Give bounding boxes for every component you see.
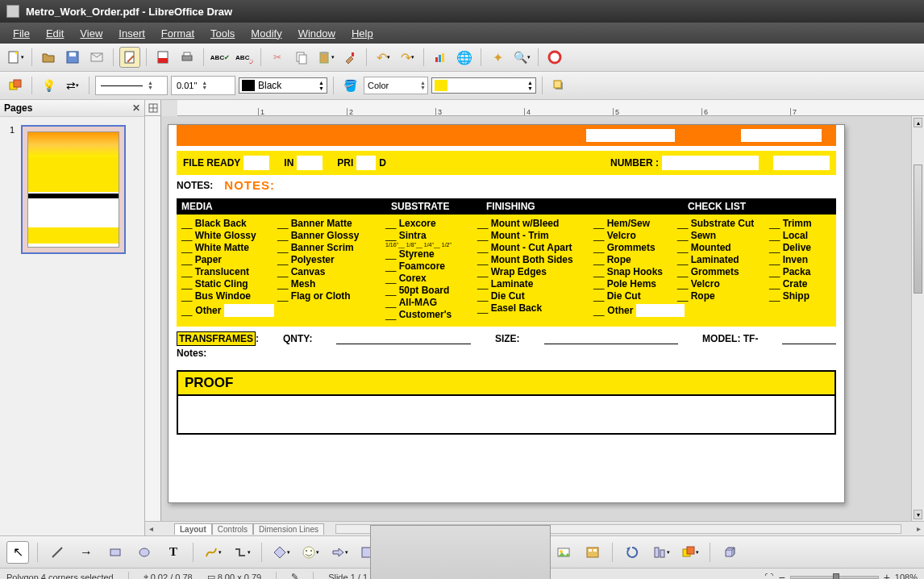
rectangle-tool[interactable] — [104, 541, 127, 564]
pages-panel-close[interactable]: ✕ — [132, 102, 140, 114]
redo-button[interactable]: ↷▾ — [397, 47, 418, 68]
opt-finishing[interactable]: Mount w/Bleed — [477, 218, 590, 229]
opt-finishing2[interactable]: Grommets — [593, 242, 674, 253]
opt-checklist[interactable]: Velcro — [677, 278, 766, 290]
opt-checklist[interactable]: Substrate Cut — [677, 218, 766, 229]
block-arrows-tool[interactable]: ▾ — [328, 541, 351, 564]
menu-modify[interactable]: Modify — [243, 24, 289, 43]
opt-substrate[interactable]: 50pt Board — [385, 285, 474, 296]
menu-format[interactable]: Format — [153, 24, 202, 43]
opt-finishing2[interactable]: Velcro — [593, 230, 674, 241]
doc-notes-row[interactable]: NOTES: NOTES: — [177, 177, 836, 194]
doc-file-ready-field[interactable] — [243, 156, 269, 170]
opt-checklist[interactable]: Sewn — [677, 230, 766, 241]
line-end-button[interactable]: 💡 — [38, 75, 59, 96]
opt-media2[interactable]: Polyester — [277, 254, 382, 265]
symbol-shapes-tool[interactable]: ▾ — [299, 541, 322, 564]
ruler-origin[interactable] — [145, 100, 161, 116]
horizontal-scrollbar[interactable] — [335, 524, 901, 534]
ellipse-tool[interactable] — [133, 541, 156, 564]
menu-insert[interactable]: Insert — [110, 24, 153, 43]
document-page[interactable]: FILE READY IN PRID NUMBER : NOTES: NOTES… — [168, 124, 845, 503]
doc-printed-field[interactable] — [356, 156, 376, 170]
menu-edit[interactable]: Edit — [38, 24, 72, 43]
align-tool[interactable]: ▾ — [650, 541, 672, 564]
edit-file-button[interactable] — [119, 47, 140, 68]
doc-size-field[interactable] — [544, 333, 678, 344]
print-button[interactable] — [177, 47, 198, 68]
cut-button[interactable]: ✂ — [267, 47, 288, 68]
zoom-in-button[interactable]: + — [884, 571, 890, 580]
opt-checklist[interactable]: Mounted — [677, 242, 766, 253]
opt-media[interactable]: White Matte — [181, 242, 274, 253]
line-tool[interactable] — [46, 541, 69, 564]
opt-checklist2[interactable]: Inven — [769, 254, 810, 265]
arrow-tool[interactable]: → — [75, 541, 98, 564]
opt-checklist2[interactable]: Delive — [769, 242, 810, 253]
menu-file[interactable]: File — [5, 24, 38, 43]
opt-media2[interactable]: Banner Glossy — [277, 230, 382, 241]
copy-button[interactable] — [291, 47, 312, 68]
menu-view[interactable]: View — [72, 24, 110, 43]
undo-button[interactable]: ↶▾ — [373, 47, 393, 68]
opt-finishing[interactable]: Die Cut — [477, 290, 590, 302]
vertical-ruler[interactable] — [145, 116, 161, 521]
opt-finishing[interactable]: Mount - Trim — [477, 230, 590, 241]
layer-tab-layout[interactable]: Layout — [174, 523, 212, 535]
doc-proof-area[interactable] — [177, 396, 836, 435]
doc-proof-header[interactable]: PROOF — [177, 370, 836, 396]
opt-media[interactable]: Translucent — [181, 266, 274, 277]
arrange-tool[interactable]: ▾ — [679, 541, 701, 564]
opt-checklist2[interactable]: Shipp — [769, 290, 810, 302]
doc-file-row[interactable]: FILE READY IN PRID NUMBER : — [177, 151, 836, 175]
opt-substrate[interactable]: Foamcore — [385, 260, 474, 272]
doc-qnty-field[interactable] — [336, 333, 470, 344]
opt-checklist[interactable]: Laminated — [677, 254, 766, 265]
doc-model-field[interactable] — [782, 333, 836, 344]
line-width-spin[interactable]: 0.01" ▲▼ — [171, 76, 235, 95]
hyperlink-button[interactable]: 🌐 — [454, 47, 475, 68]
opt-checklist2[interactable]: Packa — [769, 266, 810, 277]
doc-number-field[interactable] — [662, 156, 759, 170]
opt-checklist2[interactable]: Trimm — [769, 218, 810, 229]
paste-button[interactable]: ▾ — [315, 47, 336, 68]
spellcheck-button[interactable]: ABC✔ — [210, 47, 231, 68]
select-tool[interactable]: ↖ — [6, 541, 29, 564]
opt-finishing[interactable]: Mount Both Sides — [477, 254, 590, 265]
line-color-select[interactable]: Black ▲▼ — [239, 77, 327, 94]
pages-thumbnails[interactable]: 1 — [0, 117, 144, 535]
fill-mode-select[interactable]: Color ▲▼ — [364, 77, 428, 94]
opt-media2[interactable]: Banner Matte — [277, 218, 382, 229]
opt-checklist2[interactable]: Crate — [769, 278, 810, 290]
gallery-tool[interactable] — [581, 541, 604, 564]
drawing-canvas[interactable]: FILE READY IN PRID NUMBER : NOTES: NOTES… — [161, 116, 911, 521]
save-button[interactable] — [62, 47, 83, 68]
layer-tab-controls[interactable]: Controls — [212, 523, 253, 535]
opt-media[interactable]: Bus Windoe — [181, 290, 274, 302]
zoom-button[interactable]: 🔍▾ — [511, 47, 532, 68]
doc-extra-field[interactable] — [773, 156, 830, 170]
opt-finishing2[interactable]: Hem/Sew — [593, 218, 674, 229]
vscroll-thumb[interactable] — [914, 165, 922, 294]
shadow-button[interactable] — [548, 75, 569, 96]
line-style-select[interactable]: ▲▼ — [95, 76, 168, 95]
from-file-tool[interactable] — [552, 541, 575, 564]
opt-media2[interactable]: Banner Scrim — [277, 242, 382, 253]
doc-section-headers[interactable]: MEDIA SUBSTRATE FINISHING CHECK LIST — [177, 198, 836, 215]
doc-orange-banner[interactable] — [177, 125, 836, 146]
opt-checklist2[interactable]: Local — [769, 230, 810, 241]
opt-substrate[interactable]: Customer's — [385, 309, 474, 320]
opt-finishing[interactable]: Wrap Edges — [477, 266, 590, 277]
menu-window[interactable]: Window — [290, 24, 343, 43]
curve-tool[interactable]: ▾ — [202, 541, 224, 564]
opt-substrate[interactable]: All-MAG — [385, 297, 474, 308]
opt-finishing2[interactable]: Die Cut — [593, 290, 674, 302]
format-paintbrush-button[interactable] — [339, 47, 360, 68]
email-button[interactable] — [86, 47, 107, 68]
export-pdf-button[interactable] — [152, 47, 173, 68]
fill-color-select[interactable]: ▲▼ — [431, 77, 536, 94]
page-thumb-1[interactable] — [21, 125, 126, 254]
opt-media[interactable]: White Glossy — [181, 230, 274, 241]
opt-finishing[interactable]: Easel Back — [477, 302, 590, 314]
autospell-button[interactable]: ABC_ — [234, 47, 255, 68]
